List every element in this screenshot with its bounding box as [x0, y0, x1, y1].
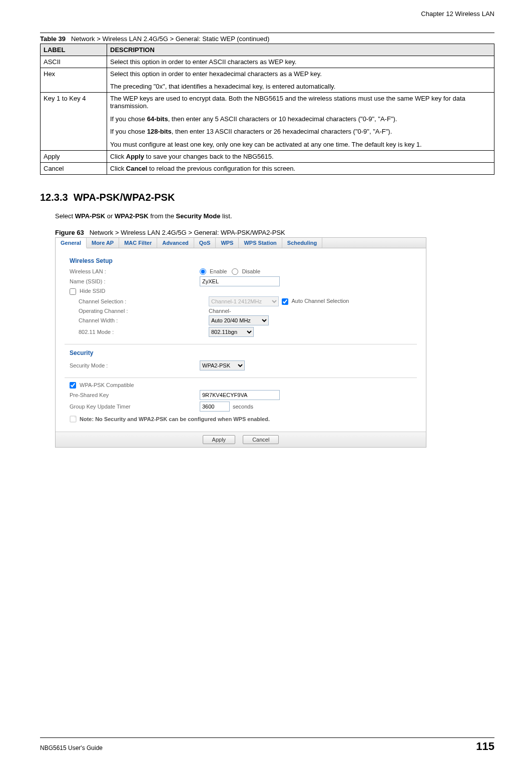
cell-desc: The WEP keys are used to encrypt data. B…	[107, 93, 494, 150]
tab-mac-filter[interactable]: MAC Filter	[119, 238, 157, 248]
cell-label: Apply	[41, 150, 107, 162]
checkbox-wpa-compat[interactable]: WPA-PSK Compatible	[70, 382, 200, 389]
wep-table: LABEL DESCRIPTION ASCIISelect this optio…	[40, 44, 494, 175]
th-desc: DESCRIPTION	[107, 44, 494, 56]
channel-width-select[interactable]: Auto 20/40 MHz	[209, 315, 269, 325]
label-psk: Pre-Shared Key	[70, 392, 200, 398]
mode-select[interactable]: 802.11bgn	[209, 327, 254, 337]
table-caption: Table 39 Network > Wireless LAN 2.4G/5G …	[40, 35, 494, 43]
page-footer: NBG5615 User's Guide 115	[40, 737, 494, 753]
wireless-setup-title: Wireless Setup	[70, 257, 417, 264]
cell-desc: Select this option in order to enter hex…	[107, 68, 494, 93]
label-wlan: Wireless LAN :	[70, 268, 200, 274]
tab-bar: GeneralMore APMAC FilterAdvancedQoSWPSWP…	[56, 238, 426, 248]
checkbox-auto-channel[interactable]: Auto Channel Selection	[282, 298, 349, 305]
header-rule	[40, 33, 494, 33]
tab-general[interactable]: General	[56, 238, 87, 248]
section-body: Select WPA-PSK or WPA2-PSK from the Secu…	[55, 212, 494, 220]
checkbox-hide-ssid[interactable]: Hide SSID	[70, 288, 200, 295]
tab-scheduling[interactable]: Scheduling	[282, 238, 322, 248]
cell-desc: Click Cancel to reload the previous conf…	[107, 162, 494, 174]
tab-advanced[interactable]: Advanced	[157, 238, 194, 248]
table-row: Key 1 to Key 4The WEP keys are used to e…	[41, 93, 494, 150]
divider	[65, 344, 417, 344]
table-row: ApplyClick Apply to save your changes ba…	[41, 150, 494, 162]
table-row: HexSelect this option in order to enter …	[41, 68, 494, 93]
value-operating-channel: Channel-	[209, 308, 231, 314]
tab-wps[interactable]: WPS	[216, 238, 239, 248]
label-channel-selection: Channel Selection :	[70, 298, 209, 304]
figure-screenshot: GeneralMore APMAC FilterAdvancedQoSWPSWP…	[55, 237, 426, 448]
label-operating-channel: Operating Channel :	[70, 308, 209, 314]
label-channel-width: Channel Width :	[70, 317, 209, 323]
group-timer-input[interactable]	[200, 402, 230, 412]
tab-more-ap[interactable]: More AP	[87, 238, 119, 248]
note-row: Note: No Security and WPA2-PSK can be co…	[70, 416, 417, 423]
tab-qos[interactable]: QoS	[194, 238, 216, 248]
cell-desc: Select this option in order to enter ASC…	[107, 56, 494, 68]
label-group-timer: Group Key Update Timer	[70, 404, 200, 410]
ssid-input[interactable]	[200, 276, 280, 286]
radio-disable[interactable]: Disable	[232, 268, 260, 275]
chapter-header: Chapter 12 Wireless LAN	[40, 10, 494, 18]
table-row: CancelClick Cancel to reload the previou…	[41, 162, 494, 174]
tab-wps-station[interactable]: WPS Station	[239, 238, 282, 248]
th-label: LABEL	[41, 44, 107, 56]
label-seconds: seconds	[233, 404, 253, 410]
security-mode-select[interactable]: WPA2-PSK	[200, 360, 245, 370]
label-ssid: Name (SSID) :	[70, 278, 200, 284]
apply-button[interactable]: Apply	[203, 435, 236, 444]
label-security-mode: Security Mode :	[70, 362, 200, 368]
cell-label: ASCII	[41, 56, 107, 68]
channel-select[interactable]: Channel-1 2412MHz	[209, 296, 279, 306]
cell-label: Key 1 to Key 4	[41, 93, 107, 150]
footer-guide: NBG5615 User's Guide	[40, 744, 103, 751]
radio-enable[interactable]: Enable	[200, 268, 227, 275]
cell-desc: Click Apply to save your changes back to…	[107, 150, 494, 162]
table-row: ASCIISelect this option in order to ente…	[41, 56, 494, 68]
cell-label: Cancel	[41, 162, 107, 174]
footer-page-number: 115	[476, 740, 494, 753]
cell-label: Hex	[41, 68, 107, 93]
button-bar: Apply Cancel	[56, 432, 426, 447]
security-title: Security	[70, 349, 417, 356]
label-80211-mode: 802.11 Mode :	[70, 329, 209, 335]
section-heading: 12.3.3 WPA-PSK/WPA2-PSK	[40, 192, 494, 203]
note-icon	[70, 416, 77, 423]
figure-caption: Figure 63 Network > Wireless LAN 2.4G/5G…	[55, 229, 494, 236]
psk-input[interactable]	[200, 390, 280, 400]
divider	[65, 377, 417, 378]
cancel-button[interactable]: Cancel	[243, 435, 279, 444]
